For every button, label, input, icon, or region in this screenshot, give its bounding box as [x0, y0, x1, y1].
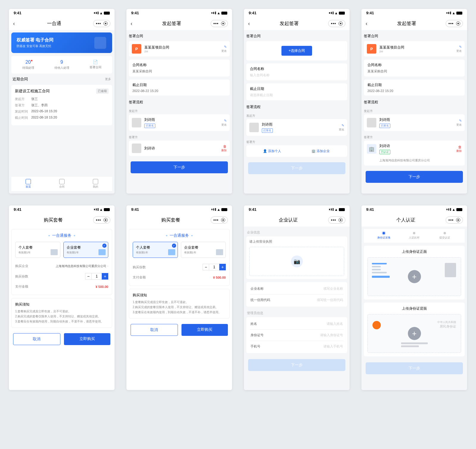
contract-name-field[interactable]: 合同名称某某采购合同 [364, 60, 465, 77]
buy-button[interactable]: 立即购买 [64, 333, 111, 345]
back-icon[interactable]: ‹ [248, 21, 250, 27]
capsule[interactable]: ••• [328, 216, 345, 224]
contract-name-field[interactable]: 合同名称输入合同名称 [246, 63, 347, 80]
admin-name-input[interactable]: 姓名请输入姓名 [250, 318, 344, 330]
next-button[interactable]: 下一步 [366, 171, 463, 183]
person-signer-company[interactable]: 🏢 刘诗诗已认证 🗑删除 上海旭鸿信息科技有限公司重庆分公司 [364, 141, 465, 166]
capsule[interactable]: ••• [93, 20, 110, 27]
status-bar: 9:41▲ [244, 9, 350, 17]
qty-plus[interactable]: + [219, 264, 226, 270]
package-row: 个人套餐有效期1年 ✓企业套餐有效期1年 [15, 242, 108, 258]
stat-pending-others[interactable]: 9待他人处理 [45, 56, 79, 74]
qty-minus[interactable]: − [203, 264, 209, 270]
trash-icon[interactable]: 🗑 [456, 145, 462, 149]
stat-pending-mine[interactable]: 20待我处理 [11, 56, 45, 74]
stat-sign[interactable]: 📄签署合同 [79, 56, 112, 74]
qty-minus[interactable]: − [85, 273, 92, 280]
package-row: ✓个人套餐有效期1年 企业套餐有效期1年 [133, 242, 226, 258]
service-title: 一合通服务 [133, 233, 226, 238]
section-contract: 签署合同 [246, 34, 347, 39]
back-icon[interactable]: ‹ [131, 21, 132, 27]
status-bar: 9:41▲ [244, 205, 350, 213]
capsule[interactable]: ••• [211, 216, 228, 224]
select-contract-button[interactable]: +选择合同 [281, 46, 312, 56]
package-enterprise[interactable]: 企业套餐有效期1年 [181, 242, 226, 258]
buy-button[interactable]: 立即购买 [181, 324, 228, 336]
tab-contract[interactable]: 合同 [45, 179, 79, 189]
file-card[interactable]: P 某某某项目合同2M ✎更改 [129, 41, 230, 57]
package-personal[interactable]: ✓个人套餐有效期1年 [133, 242, 178, 258]
person-signer[interactable]: 刘诗诗 🗑删除 [129, 141, 230, 156]
deadline-field[interactable]: 截止日期2022-08-22 15:20 [364, 79, 465, 96]
back-icon[interactable]: ‹ [366, 21, 367, 27]
cancel-button[interactable]: 取消 [13, 333, 60, 345]
contract-card[interactable]: 新建设工程施工合同 已逾期 发起方张三 签署方张三、李四 发起时间2022-05… [11, 85, 112, 125]
person-initiator[interactable]: 刘诗雨已签名 ✎更改 [246, 119, 347, 136]
upload-area[interactable]: 📷 [249, 247, 344, 276]
package-personal[interactable]: 个人套餐有效期1年 [15, 242, 60, 258]
id-back-upload[interactable]: 中华人民共和国居民身份证 + [367, 314, 461, 353]
phone-input[interactable]: 手机号请输入手机号 [250, 341, 344, 352]
nav-bar: 购买套餐••• [9, 213, 115, 227]
person-initiator[interactable]: 刘诗雨已签名 ✎更改 [364, 114, 465, 131]
tab-me[interactable]: 我的 [79, 179, 112, 189]
section-contract: 签署合同 [364, 34, 465, 39]
edit-icon[interactable]: ✎ [221, 45, 227, 49]
capsule[interactable]: ••• [93, 216, 110, 224]
deadline-field[interactable]: 截止日期请选择截止日期 [246, 83, 347, 100]
trash-icon[interactable]: 🗑 [221, 144, 227, 149]
capsule[interactable]: ••• [446, 216, 463, 224]
page-title: 购买套餐 [44, 217, 63, 223]
verified-tag: 已认证 [379, 150, 390, 154]
initiator-label: 发起方 [364, 109, 465, 113]
time: 9:41 [14, 11, 21, 15]
contract-name: 新建设工程施工合同 [15, 88, 50, 94]
package-enterprise[interactable]: ✓企业套餐有效期1年 [63, 242, 109, 258]
edit-icon[interactable]: ✎ [221, 119, 227, 123]
more-link[interactable]: 更多 [105, 77, 111, 81]
qty-value: 1 [209, 264, 219, 270]
check-icon: ✓ [102, 244, 107, 248]
next-button-disabled: 下一步 [366, 362, 463, 374]
id-lines-icon [372, 263, 390, 279]
service-title: 一合通服务 [15, 233, 108, 238]
buy-company-row[interactable]: 购买企业上海旭鸿信息科技有限公司重庆分公司› [15, 261, 108, 271]
select-contract-card: +选择合同 [246, 41, 347, 60]
capsule[interactable]: ••• [211, 20, 228, 27]
edit-icon[interactable]: ✎ [339, 124, 344, 127]
shield-icon [94, 37, 106, 49]
id-text: 中华人民共和国居民身份证 [437, 320, 456, 329]
plus-icon: + [408, 327, 421, 340]
id-front-upload[interactable]: + [367, 257, 461, 296]
edit-icon[interactable]: ✎ [456, 119, 462, 123]
status-bar: 9:41 ▲ [9, 9, 115, 17]
page-title: 购买套餐 [161, 217, 180, 223]
id-number-input[interactable]: 身份证号请输入身份证号 [250, 330, 344, 341]
qty-plus[interactable]: + [102, 273, 108, 280]
cancel-button[interactable]: 取消 [131, 324, 178, 336]
next-button[interactable]: 下一步 [131, 161, 228, 173]
person-initiator[interactable]: 刘诗雨已签名 ✎更改 [129, 114, 230, 131]
deadline-field[interactable]: 截止日期2022-08-22 15:20 [129, 79, 230, 96]
pdf-icon: P [132, 44, 141, 54]
close-icon [104, 21, 108, 26]
add-person-button[interactable]: 👤添加个人 [250, 149, 295, 153]
notice-text: 1.套餐购买完成后立即生效，且不可退款。 2.购买完成的套餐仅限本人使用，不支持… [15, 309, 108, 324]
tab-home[interactable]: 首页 [11, 179, 45, 189]
company-name-input[interactable]: 企业名称填写企业名称 [250, 283, 344, 294]
edit-icon[interactable]: ✎ [456, 45, 462, 49]
plus-icon: + [408, 270, 421, 283]
contract-name-field[interactable]: 合同名称某某采购合同 [129, 60, 230, 77]
signed-tag: 已签名 [262, 128, 273, 133]
back-icon[interactable]: ‹ [13, 21, 15, 27]
file-card[interactable]: P 某某某项目合同2M ✎更改 [364, 41, 465, 57]
section-flow: 签署流程 [364, 100, 465, 105]
page-title: 一合通 [47, 21, 61, 27]
credit-code-input[interactable]: 统一信用代码填写统一信用代码 [250, 294, 344, 305]
qty-row: 购买份数−1+ [133, 261, 226, 273]
nav-bar: 企业认证••• [244, 213, 350, 227]
banner[interactable]: 权威签署 电子合同 防篡改 安全可靠 高效无忧 [11, 32, 112, 53]
capsule[interactable]: ••• [328, 20, 345, 27]
add-company-button[interactable]: 🏢添加企业 [298, 149, 344, 153]
capsule[interactable]: ••• [446, 20, 463, 27]
